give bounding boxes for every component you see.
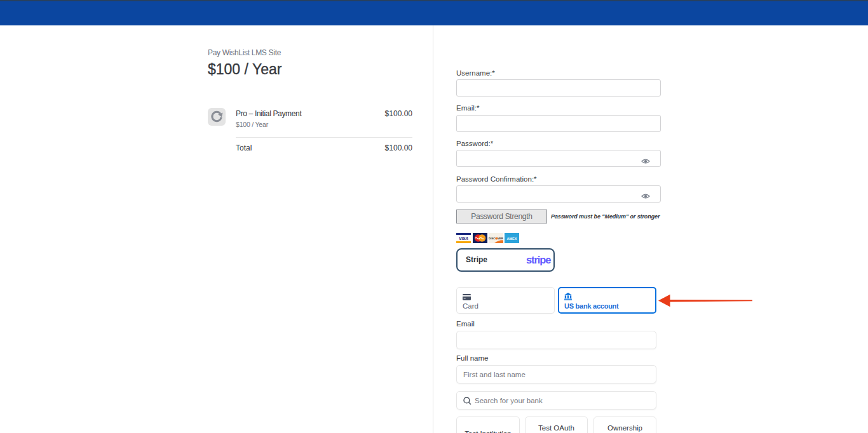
svg-text:VISA: VISA	[459, 236, 468, 241]
svg-text:AMEX: AMEX	[506, 237, 517, 241]
